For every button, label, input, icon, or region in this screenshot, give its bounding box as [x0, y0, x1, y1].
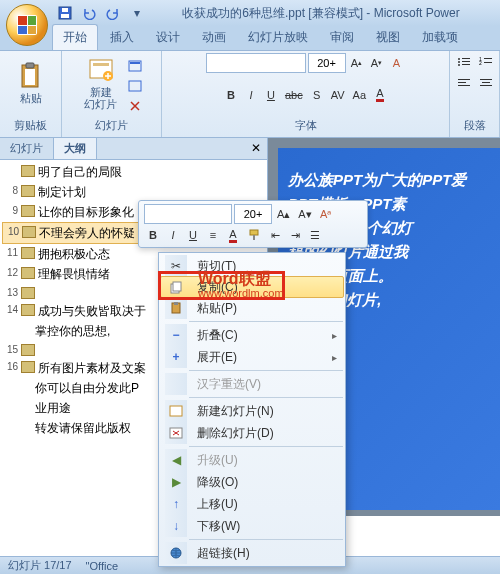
group-slides: 新建 幻灯片 幻灯片 — [62, 51, 162, 137]
svg-rect-25 — [480, 79, 492, 80]
status-slide-count: 幻灯片 17/17 — [8, 558, 72, 573]
tab-addins[interactable]: 加载项 — [412, 25, 468, 50]
mini-grow-font[interactable]: A▴ — [274, 205, 293, 223]
svg-rect-31 — [173, 282, 181, 291]
svg-rect-5 — [25, 69, 35, 85]
svg-text:2: 2 — [479, 60, 482, 66]
change-case-button[interactable]: Aa — [350, 86, 369, 104]
menu-expand[interactable]: +展开(E)▸ — [161, 346, 343, 368]
menu-demote[interactable]: ▶降级(O) — [161, 471, 343, 493]
menu-copy[interactable]: 复制(C) — [160, 276, 344, 298]
outline-item[interactable]: 制定计划 — [38, 183, 263, 201]
slide-icon — [21, 185, 35, 197]
save-icon[interactable] — [56, 4, 74, 22]
menu-paste[interactable]: 粘贴(P) — [161, 297, 343, 319]
tab-animations[interactable]: 动画 — [192, 25, 236, 50]
slide-icon — [21, 247, 35, 259]
qat-dropdown-icon[interactable]: ▾ — [128, 4, 146, 22]
align-center-button[interactable] — [476, 74, 496, 92]
svg-rect-29 — [253, 235, 255, 240]
mini-decrease-indent[interactable]: ⇤ — [266, 226, 284, 244]
redo-icon[interactable] — [104, 4, 122, 22]
svg-rect-21 — [484, 62, 492, 63]
menu-delete-slide[interactable]: 删除幻灯片(D) — [161, 422, 343, 444]
new-slide-button[interactable]: 新建 幻灯片 — [79, 53, 123, 113]
tab-slides-thumb[interactable]: 幻灯片 — [0, 138, 54, 159]
window-title: 收获成功的6种思维.ppt [兼容模式] - Microsoft Power — [146, 5, 496, 22]
grow-font-button[interactable]: A▴ — [348, 54, 366, 72]
svg-rect-24 — [458, 85, 470, 86]
delete-button[interactable] — [125, 97, 145, 115]
font-family-combo[interactable] — [206, 53, 306, 73]
tab-insert[interactable]: 插入 — [100, 25, 144, 50]
menu-collapse[interactable]: −折叠(C)▸ — [161, 324, 343, 346]
layout-button[interactable] — [125, 57, 145, 75]
svg-rect-26 — [482, 82, 490, 83]
title-bar: ▾ 收获成功的6种思维.ppt [兼容模式] - Microsoft Power — [0, 0, 500, 26]
outline-item[interactable]: 明了自己的局限 — [38, 163, 263, 181]
svg-rect-17 — [462, 64, 470, 65]
office-button[interactable] — [6, 4, 48, 46]
mini-font-combo[interactable] — [144, 204, 232, 224]
new-slide-icon — [169, 405, 183, 417]
mini-shrink-font[interactable]: A▾ — [295, 205, 314, 223]
status-theme: "Office — [86, 560, 118, 572]
expand-icon: + — [172, 350, 179, 364]
svg-rect-1 — [61, 14, 69, 18]
quick-access-toolbar: ▾ — [56, 4, 146, 22]
font-size-combo[interactable]: 20+ — [308, 53, 346, 73]
menu-cut[interactable]: ✂剪切(T) — [161, 255, 343, 277]
menu-promote: ◀升级(U) — [161, 449, 343, 471]
char-spacing-button[interactable]: AV — [328, 86, 348, 104]
clear-format-button[interactable]: A — [388, 54, 406, 72]
group-font: 20+ A▴ A▾ A B I U abc S AV Aa A 字体 — [162, 51, 450, 137]
mini-underline[interactable]: U — [184, 226, 202, 244]
menu-move-up[interactable]: ↑上移(U) — [161, 493, 343, 515]
tab-design[interactable]: 设计 — [146, 25, 190, 50]
mini-font-color[interactable]: A — [224, 226, 242, 244]
shrink-font-button[interactable]: A▾ — [368, 54, 386, 72]
tab-home[interactable]: 开始 — [52, 24, 98, 50]
italic-button[interactable]: I — [242, 86, 260, 104]
font-color-button[interactable]: A — [371, 86, 389, 104]
mini-align[interactable]: ≡ — [204, 226, 222, 244]
menu-hyperlink[interactable]: 超链接(H) — [161, 542, 343, 564]
menu-new-slide[interactable]: 新建幻灯片(N) — [161, 400, 343, 422]
mini-size-combo[interactable]: 20+ — [234, 204, 272, 224]
shadow-button[interactable]: S — [308, 86, 326, 104]
demote-icon: ▶ — [172, 475, 181, 489]
menu-reconvert: 汉字重选(V) — [161, 373, 343, 395]
strike-button[interactable]: abc — [282, 86, 306, 104]
underline-button[interactable]: U — [262, 86, 280, 104]
numbering-button[interactable]: 12 — [476, 53, 496, 71]
align-left-button[interactable] — [454, 74, 474, 92]
chevron-right-icon: ▸ — [332, 330, 337, 341]
paste-icon — [169, 301, 183, 315]
undo-icon[interactable] — [80, 4, 98, 22]
tab-outline[interactable]: 大纲 — [54, 138, 97, 159]
bold-button[interactable]: B — [222, 86, 240, 104]
reset-button[interactable] — [125, 77, 145, 95]
tab-review[interactable]: 审阅 — [320, 25, 364, 50]
svg-rect-2 — [62, 8, 68, 12]
cut-icon: ✂ — [171, 259, 181, 273]
tab-view[interactable]: 视图 — [366, 25, 410, 50]
paste-button[interactable]: 粘贴 — [9, 53, 53, 113]
delete-slide-icon — [169, 427, 183, 439]
menu-move-down[interactable]: ↓下移(W) — [161, 515, 343, 537]
mini-clear-format[interactable]: Aᵃ — [317, 205, 335, 223]
promote-icon: ◀ — [172, 453, 181, 467]
group-clipboard: 粘贴 剪贴板 — [0, 51, 62, 137]
mini-increase-indent[interactable]: ⇥ — [286, 226, 304, 244]
svg-rect-19 — [484, 58, 492, 59]
mini-bold[interactable]: B — [144, 226, 162, 244]
bullets-button[interactable] — [454, 53, 474, 71]
svg-rect-33 — [174, 302, 178, 305]
mini-italic[interactable]: I — [164, 226, 182, 244]
mini-bullets[interactable]: ☰ — [306, 226, 324, 244]
move-down-icon: ↓ — [173, 519, 179, 533]
mini-format-painter[interactable] — [244, 226, 264, 244]
tab-slideshow[interactable]: 幻灯片放映 — [238, 25, 318, 50]
collapse-icon: − — [172, 328, 179, 342]
close-pane-button[interactable]: ✕ — [245, 138, 267, 159]
